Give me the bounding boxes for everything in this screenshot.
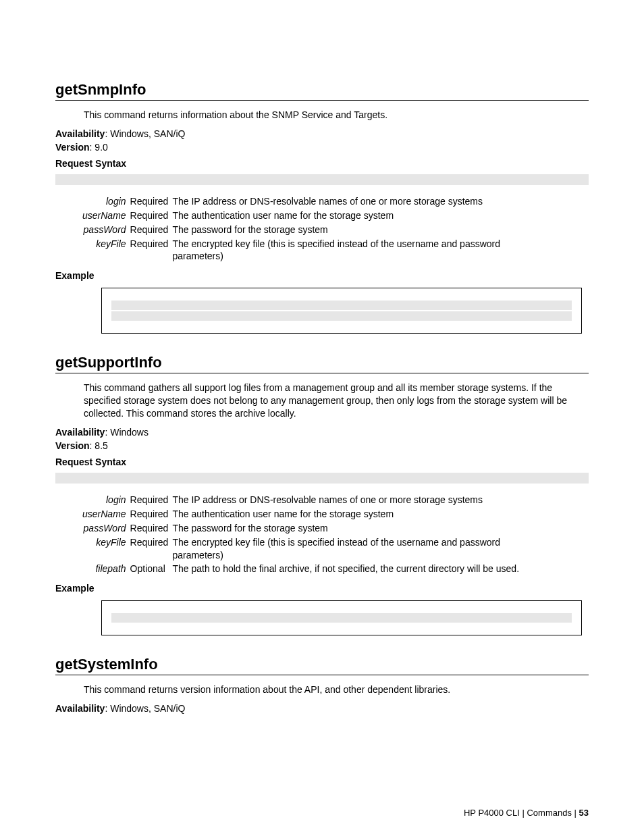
table-row: filepath Optional The path to hold the f… [82, 562, 554, 576]
param-name: userName [82, 209, 130, 223]
section-heading: getSystemInfo [55, 656, 589, 675]
param-required: Required [130, 223, 173, 237]
section-description: This command returns version information… [84, 683, 589, 696]
section-description: This command returns information about t… [84, 109, 589, 122]
syntax-placeholder [55, 473, 589, 484]
availability-value: : Windows, SAN/iQ [105, 128, 185, 139]
param-required: Required [130, 237, 173, 264]
param-description: The path to hold the final archive, if n… [172, 562, 554, 576]
param-description: The encrypted key file (this is specifie… [172, 536, 554, 563]
example-line [111, 311, 572, 321]
example-label: Example [55, 583, 589, 594]
param-description: The authentication user name for the sto… [172, 507, 554, 521]
availability-value: : Windows [105, 427, 149, 438]
section-getsysteminfo: getSystemInfo This command returns versi… [55, 656, 589, 714]
param-name: userName [82, 507, 130, 521]
availability-line: Availability: Windows [55, 427, 589, 438]
param-required: Required [130, 493, 173, 507]
example-label: Example [55, 270, 589, 281]
version-line: Version: 8.5 [55, 440, 589, 451]
availability-line: Availability: Windows, SAN/iQ [55, 128, 589, 139]
section-getsupportinfo: getSupportInfo This command gathers all … [55, 354, 589, 635]
syntax-placeholder [55, 174, 589, 185]
param-required: Required [130, 507, 173, 521]
table-row: login Required The IP address or DNS-res… [82, 493, 554, 507]
table-row: passWord Required The password for the s… [82, 223, 554, 237]
availability-label: Availability [55, 703, 105, 714]
version-value: : 8.5 [90, 440, 108, 451]
param-description: The password for the storage system [172, 223, 554, 237]
param-description: The IP address or DNS-resolvable names o… [172, 194, 554, 209]
version-label: Version [55, 142, 90, 153]
param-description: The authentication user name for the sto… [172, 209, 554, 223]
parameter-table: login Required The IP address or DNS-res… [82, 493, 554, 576]
section-heading: getSupportInfo [55, 354, 589, 373]
version-value: : 9.0 [90, 142, 108, 153]
param-name: keyFile [82, 237, 130, 264]
param-name: filepath [82, 562, 130, 576]
param-required: Required [130, 194, 173, 209]
param-name: login [82, 194, 130, 209]
page-number: 53 [579, 808, 589, 818]
version-line: Version: 9.0 [55, 142, 589, 153]
section-heading: getSnmpInfo [55, 81, 589, 101]
example-line [111, 613, 572, 623]
table-row: login Required The IP address or DNS-res… [82, 194, 554, 209]
param-required: Required [130, 536, 173, 563]
table-row: keyFile Required The encrypted key file … [82, 536, 554, 563]
section-getsnmpinfo: getSnmpInfo This command returns informa… [55, 81, 589, 334]
request-syntax-label: Request Syntax [55, 158, 589, 169]
param-required: Optional [130, 562, 173, 576]
availability-value: : Windows, SAN/iQ [105, 703, 185, 714]
availability-line: Availability: Windows, SAN/iQ [55, 703, 589, 714]
example-box [101, 600, 582, 635]
availability-label: Availability [55, 427, 105, 438]
param-name: login [82, 493, 130, 507]
example-box [101, 288, 582, 334]
table-row: passWord Required The password for the s… [82, 521, 554, 536]
example-line [111, 301, 572, 310]
request-syntax-label: Request Syntax [55, 457, 589, 467]
table-row: keyFile Required The encrypted key file … [82, 237, 554, 264]
table-row: userName Required The authentication use… [82, 209, 554, 223]
version-label: Version [55, 440, 90, 451]
param-name: passWord [82, 521, 130, 536]
param-required: Required [130, 209, 173, 223]
table-row: userName Required The authentication use… [82, 507, 554, 521]
param-name: keyFile [82, 536, 130, 563]
availability-label: Availability [55, 128, 105, 139]
parameter-table: login Required The IP address or DNS-res… [82, 194, 554, 263]
param-description: The IP address or DNS-resolvable names o… [172, 493, 554, 507]
param-name: passWord [82, 223, 130, 237]
param-required: Required [130, 521, 173, 536]
param-description: The encrypted key file (this is specifie… [172, 237, 554, 264]
document-page: getSnmpInfo This command returns informa… [0, 0, 644, 834]
page-footer: HP P4000 CLI | Commands | 53 [464, 808, 589, 818]
section-description: This command gathers all support log fil… [84, 382, 589, 420]
footer-text: HP P4000 CLI | Commands | [464, 808, 579, 818]
param-description: The password for the storage system [172, 521, 554, 536]
